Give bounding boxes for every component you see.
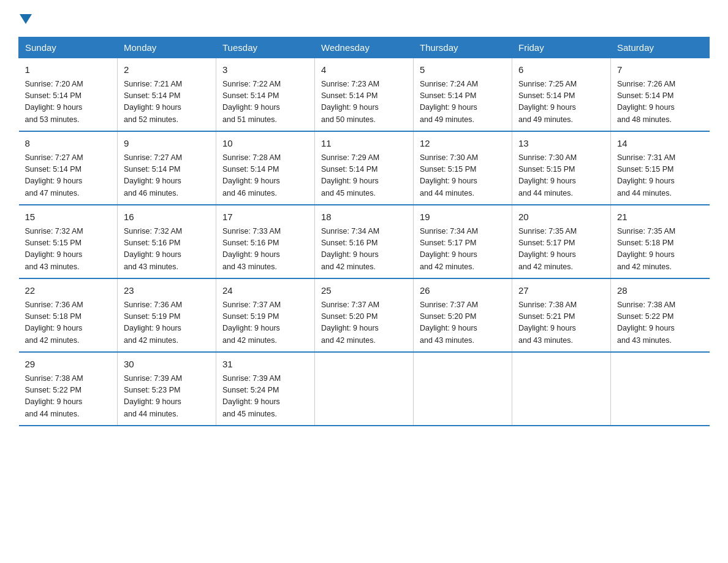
- day-cell: 9Sunrise: 7:27 AM Sunset: 5:14 PM Daylig…: [118, 131, 216, 205]
- day-cell: 15Sunrise: 7:32 AM Sunset: 5:15 PM Dayli…: [19, 205, 118, 278]
- day-cell: [414, 352, 512, 426]
- day-cell: 19Sunrise: 7:34 AM Sunset: 5:17 PM Dayli…: [414, 205, 512, 278]
- day-info: Sunrise: 7:25 AM Sunset: 5:14 PM Dayligh…: [518, 79, 604, 126]
- day-cell: [315, 352, 414, 426]
- week-row-5: 29Sunrise: 7:38 AM Sunset: 5:22 PM Dayli…: [19, 352, 710, 426]
- header-saturday: Saturday: [611, 37, 710, 58]
- day-cell: 8Sunrise: 7:27 AM Sunset: 5:14 PM Daylig…: [19, 131, 118, 205]
- day-info: Sunrise: 7:30 AM Sunset: 5:15 PM Dayligh…: [420, 152, 506, 200]
- day-number: 21: [617, 210, 703, 224]
- header-monday: Monday: [118, 37, 216, 58]
- day-cell: 22Sunrise: 7:36 AM Sunset: 5:18 PM Dayli…: [19, 278, 118, 352]
- header-wednesday: Wednesday: [315, 37, 414, 58]
- day-number: 8: [25, 137, 112, 151]
- day-cell: 31Sunrise: 7:39 AM Sunset: 5:24 PM Dayli…: [216, 352, 315, 426]
- day-info: Sunrise: 7:20 AM Sunset: 5:14 PM Dayligh…: [25, 79, 112, 126]
- day-cell: 7Sunrise: 7:26 AM Sunset: 5:14 PM Daylig…: [611, 58, 710, 132]
- header-thursday: Thursday: [414, 37, 512, 58]
- day-cell: 25Sunrise: 7:37 AM Sunset: 5:20 PM Dayli…: [315, 278, 414, 352]
- day-cell: 12Sunrise: 7:30 AM Sunset: 5:15 PM Dayli…: [414, 131, 512, 205]
- day-info: Sunrise: 7:34 AM Sunset: 5:17 PM Dayligh…: [420, 226, 506, 274]
- day-info: Sunrise: 7:37 AM Sunset: 5:20 PM Dayligh…: [321, 299, 407, 347]
- day-number: 15: [25, 210, 112, 224]
- day-cell: 16Sunrise: 7:32 AM Sunset: 5:16 PM Dayli…: [118, 205, 216, 278]
- day-cell: 5Sunrise: 7:24 AM Sunset: 5:14 PM Daylig…: [414, 58, 512, 132]
- day-info: Sunrise: 7:28 AM Sunset: 5:14 PM Dayligh…: [222, 152, 308, 200]
- day-cell: 6Sunrise: 7:25 AM Sunset: 5:14 PM Daylig…: [512, 58, 611, 132]
- day-number: 29: [25, 358, 112, 372]
- day-info: Sunrise: 7:30 AM Sunset: 5:15 PM Dayligh…: [518, 152, 604, 200]
- day-cell: 14Sunrise: 7:31 AM Sunset: 5:15 PM Dayli…: [611, 131, 710, 205]
- day-number: 23: [124, 284, 210, 298]
- day-number: 5: [420, 63, 506, 77]
- day-cell: 4Sunrise: 7:23 AM Sunset: 5:14 PM Daylig…: [315, 58, 414, 132]
- logo-triangle-icon: [20, 14, 32, 24]
- day-cell: 26Sunrise: 7:37 AM Sunset: 5:20 PM Dayli…: [414, 278, 512, 352]
- day-number: 20: [518, 210, 604, 224]
- day-info: Sunrise: 7:22 AM Sunset: 5:14 PM Dayligh…: [222, 79, 308, 126]
- day-number: 4: [321, 63, 407, 77]
- day-info: Sunrise: 7:31 AM Sunset: 5:15 PM Dayligh…: [617, 152, 703, 200]
- day-cell: 3Sunrise: 7:22 AM Sunset: 5:14 PM Daylig…: [216, 58, 315, 132]
- day-cell: [512, 352, 611, 426]
- day-cell: 29Sunrise: 7:38 AM Sunset: 5:22 PM Dayli…: [19, 352, 118, 426]
- day-info: Sunrise: 7:24 AM Sunset: 5:14 PM Dayligh…: [420, 79, 506, 126]
- day-number: 28: [617, 284, 703, 298]
- day-number: 6: [518, 63, 604, 77]
- day-cell: 17Sunrise: 7:33 AM Sunset: 5:16 PM Dayli…: [216, 205, 315, 278]
- header-friday: Friday: [512, 37, 611, 58]
- day-cell: 28Sunrise: 7:38 AM Sunset: 5:22 PM Dayli…: [611, 278, 710, 352]
- day-number: 22: [25, 284, 112, 298]
- day-info: Sunrise: 7:34 AM Sunset: 5:16 PM Dayligh…: [321, 226, 407, 274]
- day-info: Sunrise: 7:35 AM Sunset: 5:18 PM Dayligh…: [617, 226, 703, 274]
- day-cell: 11Sunrise: 7:29 AM Sunset: 5:14 PM Dayli…: [315, 131, 414, 205]
- day-cell: 2Sunrise: 7:21 AM Sunset: 5:14 PM Daylig…: [118, 58, 216, 132]
- day-cell: 24Sunrise: 7:37 AM Sunset: 5:19 PM Dayli…: [216, 278, 315, 352]
- header-sunday: Sunday: [19, 37, 118, 58]
- day-info: Sunrise: 7:27 AM Sunset: 5:14 PM Dayligh…: [124, 152, 210, 200]
- day-number: 9: [124, 137, 210, 151]
- day-info: Sunrise: 7:23 AM Sunset: 5:14 PM Dayligh…: [321, 79, 407, 126]
- day-number: 19: [420, 210, 506, 224]
- day-cell: 27Sunrise: 7:38 AM Sunset: 5:21 PM Dayli…: [512, 278, 611, 352]
- day-info: Sunrise: 7:21 AM Sunset: 5:14 PM Dayligh…: [124, 79, 210, 126]
- day-number: 3: [222, 63, 308, 77]
- week-row-3: 15Sunrise: 7:32 AM Sunset: 5:15 PM Dayli…: [19, 205, 710, 278]
- day-number: 13: [518, 137, 604, 151]
- header-tuesday: Tuesday: [216, 37, 315, 58]
- day-cell: 10Sunrise: 7:28 AM Sunset: 5:14 PM Dayli…: [216, 131, 315, 205]
- day-info: Sunrise: 7:38 AM Sunset: 5:22 PM Dayligh…: [617, 299, 703, 347]
- logo: [18, 12, 28, 28]
- logo-area: [18, 12, 28, 26]
- day-info: Sunrise: 7:35 AM Sunset: 5:17 PM Dayligh…: [518, 226, 604, 274]
- day-number: 7: [617, 63, 703, 77]
- day-cell: 23Sunrise: 7:36 AM Sunset: 5:19 PM Dayli…: [118, 278, 216, 352]
- day-number: 1: [25, 63, 112, 77]
- day-info: Sunrise: 7:36 AM Sunset: 5:18 PM Dayligh…: [25, 299, 112, 347]
- day-cell: 13Sunrise: 7:30 AM Sunset: 5:15 PM Dayli…: [512, 131, 611, 205]
- week-row-2: 8Sunrise: 7:27 AM Sunset: 5:14 PM Daylig…: [19, 131, 710, 205]
- day-number: 31: [222, 358, 308, 372]
- day-cell: 30Sunrise: 7:39 AM Sunset: 5:23 PM Dayli…: [118, 352, 216, 426]
- day-info: Sunrise: 7:32 AM Sunset: 5:15 PM Dayligh…: [25, 226, 112, 274]
- day-number: 30: [124, 358, 210, 372]
- day-number: 16: [124, 210, 210, 224]
- day-cell: 18Sunrise: 7:34 AM Sunset: 5:16 PM Dayli…: [315, 205, 414, 278]
- day-number: 18: [321, 210, 407, 224]
- day-number: 24: [222, 284, 308, 298]
- week-row-1: 1Sunrise: 7:20 AM Sunset: 5:14 PM Daylig…: [19, 58, 710, 132]
- day-info: Sunrise: 7:37 AM Sunset: 5:19 PM Dayligh…: [222, 299, 308, 347]
- day-cell: 21Sunrise: 7:35 AM Sunset: 5:18 PM Dayli…: [611, 205, 710, 278]
- day-number: 10: [222, 137, 308, 151]
- day-cell: 1Sunrise: 7:20 AM Sunset: 5:14 PM Daylig…: [19, 58, 118, 132]
- day-info: Sunrise: 7:27 AM Sunset: 5:14 PM Dayligh…: [25, 152, 112, 200]
- day-number: 11: [321, 137, 407, 151]
- day-cell: [611, 352, 710, 426]
- day-info: Sunrise: 7:38 AM Sunset: 5:22 PM Dayligh…: [25, 373, 112, 421]
- day-cell: 20Sunrise: 7:35 AM Sunset: 5:17 PM Dayli…: [512, 205, 611, 278]
- day-info: Sunrise: 7:26 AM Sunset: 5:14 PM Dayligh…: [617, 79, 703, 126]
- day-number: 14: [617, 137, 703, 151]
- page-header: [18, 12, 710, 26]
- day-info: Sunrise: 7:38 AM Sunset: 5:21 PM Dayligh…: [518, 299, 604, 347]
- day-number: 26: [420, 284, 506, 298]
